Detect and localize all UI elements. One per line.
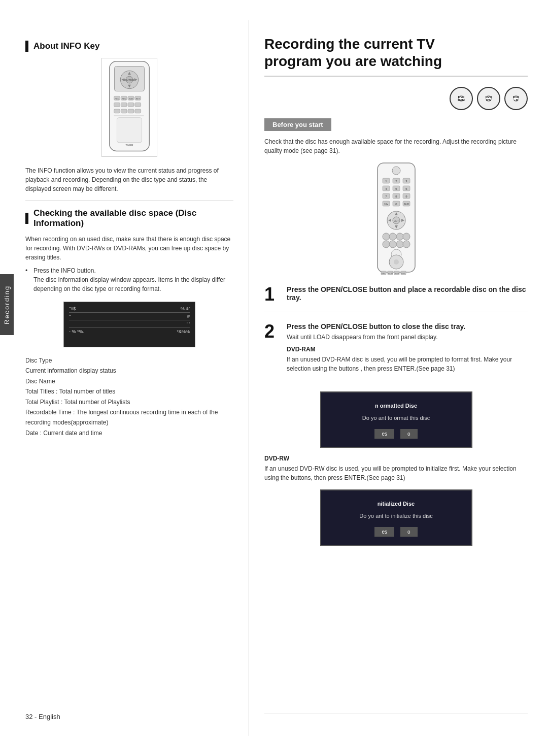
step-2-body2: If an unused DVD-RAM disc is used, you w… — [287, 355, 528, 373]
svg-text:REC: REC — [381, 272, 386, 275]
step-2-body1: Wait until LOAD disappears from the fron… — [287, 333, 528, 342]
step-2-title: Press the OPEN/CLOSE button to close the… — [287, 322, 528, 331]
main-title-line2: program you are watching — [264, 53, 528, 70]
disc-info-row2: "# — [69, 313, 190, 320]
dvd-rw-screen-mock: nitialized Disc Do yo ant to initialize … — [320, 489, 472, 546]
step-1-title: Press the OPEN/CLOSE button and place a … — [287, 285, 528, 302]
disc-info-row4: - % *%.*&%% — [69, 328, 190, 335]
mock-ram-btn1: es — [374, 429, 394, 439]
mock-rw-btn1: es — [374, 527, 394, 537]
svg-point-67 — [396, 241, 403, 248]
svg-rect-20 — [135, 103, 141, 107]
mock-ram-btn2: o — [400, 429, 418, 439]
svg-rect-25 — [114, 116, 144, 116]
step-1-content: Press the OPEN/CLOSE button and place a … — [287, 285, 528, 304]
disc-icon-dvd-ram: DVDRAM — [450, 87, 473, 110]
remote-right-container: 1 2 3 4 5 6 7 8 9 10+ 0 AUD — [264, 160, 528, 277]
page-number: 32 - English — [25, 713, 60, 720]
dvd-ram-label: DVD-RAM — [287, 346, 528, 353]
step-2-content: Press the OPEN/CLOSE button to close the… — [287, 322, 528, 373]
info-key-title: About INFO Key — [33, 41, 99, 51]
info-key-heading: About INFO Key — [25, 41, 233, 52]
mock-ram-buttons: es o — [374, 429, 417, 439]
section-bar2 — [25, 213, 28, 224]
svg-point-29 — [392, 167, 400, 175]
desc-item: Disc Name — [25, 376, 233, 386]
dvd-rw-label: DVD-RW — [264, 455, 528, 462]
svg-text:10+: 10+ — [384, 203, 388, 206]
disc-info-row1: "#$% &' — [69, 305, 190, 313]
svg-rect-26 — [117, 118, 142, 143]
svg-text:MOD: MOD — [388, 272, 392, 275]
svg-rect-23 — [128, 109, 134, 113]
step-1: 1 Press the OPEN/CLOSE button and place … — [264, 285, 528, 312]
step-1-number: 1 — [264, 285, 280, 304]
info-key-body: The INFO function allows you to view the… — [25, 166, 233, 193]
remote-right-image: 1 2 3 4 5 6 7 8 9 10+ 0 AUD — [373, 160, 419, 277]
svg-text:REC: REC — [115, 97, 119, 100]
svg-text:AUD: AUD — [403, 203, 409, 206]
svg-point-66 — [389, 241, 396, 248]
svg-text:RET: RET — [136, 97, 140, 100]
svg-rect-21 — [114, 109, 120, 113]
main-title: Recording the current TV program you are… — [264, 36, 528, 77]
svg-text:ENT: ENT — [394, 219, 399, 222]
mock-ram-text: Do yo ant to ormat this disc — [362, 415, 430, 421]
disc-icon-dvd-rw: DVDRW — [477, 87, 500, 110]
svg-point-68 — [403, 241, 410, 248]
before-start-banner: Before you start — [264, 118, 331, 131]
svg-point-64 — [403, 233, 410, 240]
mock-rw-btn2: o — [400, 527, 418, 537]
before-start-body: Check that the disc has enough available… — [264, 137, 528, 155]
left-column: About INFO Key ENTER — [0, 20, 249, 736]
svg-point-61 — [383, 233, 390, 240]
svg-text:TIMER: TIMER — [125, 144, 133, 147]
svg-point-65 — [383, 241, 390, 248]
bullet-press-info: Press the INFO button. The disc informat… — [25, 266, 233, 293]
svg-rect-22 — [121, 109, 127, 113]
svg-text:REC: REC — [122, 97, 126, 100]
dvd-ram-screen-mock: n ormatted Disc Do yo ant to ormat this … — [320, 391, 472, 448]
right-bottom-divider — [264, 713, 528, 713]
remote-image-container: ENTER REC REC SUB RET — [25, 58, 233, 157]
mock-ram-title: n ormatted Disc — [375, 403, 417, 409]
desc-item: Current information display status — [25, 366, 233, 376]
disc-info-row3: ' ' — [69, 320, 190, 328]
svg-rect-17 — [114, 103, 120, 107]
right-column: Recording the current TV program you are… — [249, 20, 548, 736]
mock-rw-buttons: es o — [374, 527, 417, 537]
svg-rect-18 — [121, 103, 127, 107]
svg-point-71 — [394, 259, 399, 265]
step-2: 2 Press the OPEN/CLOSE button to close t… — [264, 322, 528, 381]
disc-icon-dvd-r: DVD+R — [504, 87, 528, 110]
disc-space-heading: Checking the available disc space (Disc … — [25, 208, 233, 228]
divider1 — [25, 201, 233, 201]
svg-text:ENTER: ENTER — [124, 79, 134, 82]
desc-item: Date : Current date and time — [25, 428, 233, 438]
svg-text:SUB: SUB — [394, 272, 399, 275]
dvd-rw-body: If an unused DVD-RW disc is used, you wi… — [264, 464, 528, 482]
remote-control-image: ENTER REC REC SUB RET — [101, 58, 157, 157]
disc-space-title: Checking the available disc space (Disc … — [33, 208, 233, 228]
desc-item: Total Playlist : Total number of Playlis… — [25, 397, 233, 407]
svg-point-62 — [389, 233, 396, 240]
section-bar — [25, 41, 28, 52]
bullet-press-info-detail: The disc information display window appe… — [33, 276, 225, 292]
disc-info-desc-list: Disc Type Current information display st… — [25, 355, 233, 438]
main-title-line1: Recording the current TV — [264, 36, 528, 53]
disc-space-body: When recording on an used disc, make sur… — [25, 235, 233, 262]
svg-rect-19 — [128, 103, 134, 107]
mock-rw-text: Do yo ant to initialize this disc — [359, 513, 432, 519]
mock-rw-title: nitialized Disc — [378, 501, 415, 507]
svg-text:RET: RET — [401, 272, 406, 275]
svg-text:SUB: SUB — [129, 97, 133, 100]
disc-info-screen: "#$% &' "# ' ' - % *%.*&%% — [63, 302, 195, 347]
disc-icons-row: DVDRAM DVDRW DVD+R — [264, 87, 528, 110]
step-2-number: 2 — [264, 322, 280, 373]
desc-item: Disc Type — [25, 355, 233, 366]
bullet-press-info-text: Press the INFO button. — [33, 267, 96, 274]
desc-item: Recordable Time : The longest continuous… — [25, 407, 233, 428]
desc-item: Total Titles : Total number of titles — [25, 386, 233, 397]
svg-rect-24 — [135, 109, 141, 113]
svg-point-63 — [396, 233, 403, 240]
